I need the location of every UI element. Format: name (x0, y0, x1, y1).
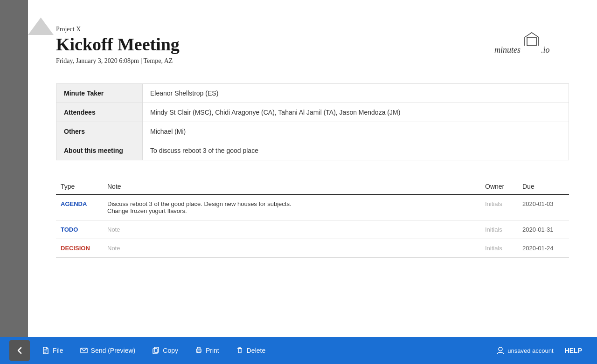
svg-text:minutes: minutes (494, 45, 521, 55)
col-header-owner: Owner (480, 179, 518, 194)
file-label: File (53, 347, 63, 354)
copy-button[interactable]: Copy (144, 342, 187, 359)
items-row: DECISION Note Initials 2020-01-24 (56, 239, 569, 257)
info-value: To discuss reboot 3 of the good place (143, 141, 569, 160)
account-label: unsaved account (507, 347, 553, 354)
svg-rect-7 (153, 349, 157, 354)
logo-area: minutes .io (494, 26, 569, 58)
item-due: 2020-01-24 (518, 239, 569, 257)
send-button[interactable]: Send (Preview) (72, 342, 144, 359)
user-icon (496, 346, 505, 355)
file-icon (42, 347, 49, 354)
item-type: DECISION (56, 239, 103, 257)
info-value: Michael (Mi) (143, 122, 569, 141)
info-label: Others (56, 122, 143, 141)
meeting-title: Kickoff Meeting (56, 35, 180, 55)
info-label: Attendees (56, 103, 143, 122)
items-row: AGENDA Discuss reboot 3 of the good plac… (56, 194, 569, 220)
svg-rect-6 (154, 347, 159, 352)
info-label: Minute Taker (56, 83, 143, 103)
back-button[interactable] (9, 340, 30, 361)
item-type: AGENDA (56, 194, 103, 220)
info-row: About this meeting To discuss reboot 3 o… (56, 141, 569, 160)
help-label: HELP (565, 347, 582, 354)
items-table-header: Type Note Owner Due (56, 179, 569, 194)
minutes-io-logo: minutes .io (494, 30, 569, 58)
svg-rect-0 (527, 37, 536, 46)
project-label: Project X (56, 26, 180, 33)
col-header-due: Due (518, 179, 569, 194)
toolbar-left: File Send (Preview) Copy Print (9, 340, 274, 361)
item-note: Note (103, 220, 480, 239)
item-note: Note (103, 239, 480, 257)
back-arrow-icon (15, 346, 24, 355)
document-header: Project X Kickoff Meeting Friday, Januar… (56, 26, 569, 65)
svg-text:.io: .io (541, 45, 550, 55)
help-button[interactable]: HELP (559, 343, 588, 358)
item-due: 2020-01-03 (518, 194, 569, 220)
copy-icon (152, 347, 160, 354)
svg-rect-10 (238, 349, 241, 353)
info-table: Minute Taker Eleanor Shellstrop (ES) Att… (56, 83, 569, 160)
items-table: Type Note Owner Due AGENDA Discuss reboo… (56, 179, 569, 258)
info-row: Attendees Mindy St Clair (MSC), Chidi Ar… (56, 103, 569, 122)
svg-point-11 (499, 347, 502, 351)
info-value: Mindy St Clair (MSC), Chidi Aragonye (CA… (143, 103, 569, 122)
item-owner: Initials (480, 194, 518, 220)
item-owner: Initials (480, 239, 518, 257)
item-owner: Initials (480, 220, 518, 239)
header-left: Project X Kickoff Meeting Friday, Januar… (56, 26, 180, 65)
info-row: Others Michael (Mi) (56, 122, 569, 141)
items-row: TODO Note Initials 2020-01-31 (56, 220, 569, 239)
print-label: Print (206, 347, 219, 354)
info-value: Eleanor Shellstrop (ES) (143, 83, 569, 103)
item-note: Discuss reboot 3 of the good place. Desi… (103, 194, 480, 220)
item-type: TODO (56, 220, 103, 239)
delete-button[interactable]: Delete (228, 342, 274, 359)
send-label: Send (Preview) (91, 347, 136, 354)
paper-document: Project X Kickoff Meeting Friday, Januar… (28, 0, 597, 337)
print-button[interactable]: Print (187, 342, 228, 359)
toolbar-right: unsaved account HELP (496, 343, 588, 358)
meeting-datetime: Friday, January 3, 2020 6:08pm | Tempe, … (56, 57, 180, 65)
col-header-note: Note (103, 179, 480, 194)
file-button[interactable]: File (34, 342, 72, 359)
account-button[interactable]: unsaved account (496, 346, 553, 355)
delete-label: Delete (247, 347, 265, 354)
toolbar: File Send (Preview) Copy Print (0, 337, 597, 364)
info-row: Minute Taker Eleanor Shellstrop (ES) (56, 83, 569, 103)
info-label: About this meeting (56, 141, 143, 160)
print-icon (195, 347, 202, 354)
delete-icon (236, 347, 243, 354)
send-icon (80, 347, 88, 354)
col-header-type: Type (56, 179, 103, 194)
copy-label: Copy (163, 347, 178, 354)
item-due: 2020-01-31 (518, 220, 569, 239)
